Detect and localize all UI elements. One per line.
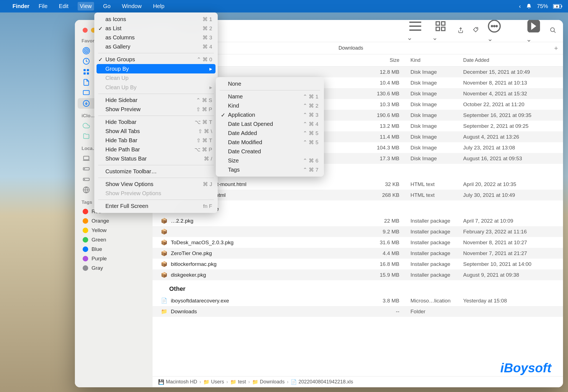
file-kind: Installer package	[405, 261, 458, 267]
menu-edit[interactable]: Edit	[57, 2, 70, 11]
file-kind: Disk Image	[405, 101, 458, 108]
file-row[interactable]: 📦ToDesk_macOS_2.0.3.pkg 31.6 MB Installe…	[153, 237, 563, 248]
submenu-date-opened[interactable]: Date Last Opened⌃ ⌘ 4	[216, 119, 324, 129]
menu-file[interactable]: File	[36, 2, 50, 11]
file-row[interactable]: 📄iboysoftdatarecovery.exe 3.8 MB Microso…	[153, 295, 563, 306]
view-list-icon[interactable]: ⌄	[407, 20, 424, 42]
svg-point-29	[551, 28, 554, 32]
chevron-left-icon[interactable]: ‹	[519, 3, 521, 9]
submenu-application[interactable]: ✓Application⌃ ⌘ 3	[216, 110, 324, 119]
path-seg[interactable]: 📁 test	[230, 379, 246, 385]
tag-label: Gray	[92, 265, 103, 271]
view-grid-icon[interactable]: ⌄	[432, 20, 449, 42]
file-row[interactable]: 📦 9.2 MB Installer package February 23, …	[153, 226, 563, 237]
file-kind: Disk Image	[405, 134, 458, 140]
submenu-date-added[interactable]: Date Added⌃ ⌘ 5	[216, 129, 324, 138]
app-name[interactable]: Finder	[12, 3, 29, 9]
clock-icon	[83, 58, 90, 65]
search-icon[interactable]	[550, 27, 556, 35]
file-row[interactable]: 📦bitlockerformac.pkg 16.8 MB Installer p…	[153, 259, 563, 269]
file-row[interactable]: 📦…2.2.pkg 22 MB Installer package April …	[153, 215, 563, 226]
menu-use-groups[interactable]: ✓Use Groups⌃ ⌘ 0	[94, 55, 218, 64]
menu-as-gallery[interactable]: as Gallery⌘ 4	[94, 42, 218, 51]
new-tab-button[interactable]: +	[549, 44, 563, 52]
submenu-none[interactable]: None	[216, 79, 324, 88]
col-size[interactable]: Size	[355, 57, 405, 63]
tag-purple[interactable]: Purple	[78, 254, 150, 263]
menu-as-icons[interactable]: as Icons⌘ 1	[94, 15, 218, 24]
submenu-date-created[interactable]: Date Created	[216, 147, 324, 156]
file-row[interactable]: 📁Downloads -- Folder	[153, 306, 563, 317]
file-icon: 📦	[161, 218, 168, 224]
file-icon: 📦	[161, 261, 168, 268]
folder-icon	[83, 133, 90, 140]
menu-go[interactable]: Go	[101, 2, 113, 11]
action-icon[interactable]: ⌄	[487, 20, 501, 43]
file-kind: Installer package	[405, 250, 458, 256]
check-icon: ✓	[221, 112, 225, 118]
menu-show-status-bar[interactable]: Show Status Bar⌘ /	[94, 154, 218, 163]
col-kind[interactable]: Kind	[405, 57, 458, 63]
col-date[interactable]: Date Added	[458, 57, 563, 63]
menu-hide-sidebar[interactable]: Hide Sidebar⌃ ⌘ S	[94, 96, 218, 105]
share-icon[interactable]	[457, 27, 464, 35]
notification-icon[interactable]	[526, 3, 532, 9]
menu-help[interactable]: Help	[151, 2, 167, 11]
menu-hide-path-bar[interactable]: Hide Path Bar⌥ ⌘ P	[94, 145, 218, 154]
file-size: 16.8 MB	[355, 261, 405, 267]
submenu-kind[interactable]: Kind⌃ ⌘ 2	[216, 101, 324, 110]
menu-hide-toolbar[interactable]: Hide Toolbar⌥ ⌘ T	[94, 118, 218, 127]
svg-point-25	[491, 26, 492, 27]
tag-orange[interactable]: Orange	[78, 216, 150, 226]
preview-icon[interactable]: ⌄	[526, 20, 541, 43]
file-date: September 10, 2021 at 14:00	[458, 261, 563, 267]
tag-gray[interactable]: Gray	[78, 263, 150, 273]
menu-hide-tab-bar[interactable]: Hide Tab Bar⇧ ⌘ T	[94, 136, 218, 145]
menu-show-all-tabs[interactable]: Show All Tabs⇧ ⌘ \	[94, 127, 218, 136]
battery-icon	[553, 4, 562, 9]
svg-point-26	[494, 26, 495, 27]
menu-view-options[interactable]: Show View Options⌘ J	[94, 180, 218, 189]
submenu-size[interactable]: Size⌃ ⌘ 6	[216, 156, 324, 165]
apps-icon	[83, 68, 90, 75]
menu-clean-up-by: Clean Up By▸	[94, 83, 218, 92]
file-date: September 16, 2021 at 09:35	[458, 112, 563, 118]
tag-icon[interactable]	[472, 27, 479, 35]
svg-rect-1	[562, 5, 562, 7]
submenu-name[interactable]: Name⌃ ⌘ 1	[216, 92, 324, 101]
file-row[interactable]: 📦diskgeeker.pkg 15.9 MB Installer packag…	[153, 269, 563, 280]
menu-as-columns[interactable]: as Columns⌘ 3	[94, 33, 218, 42]
file-row[interactable]: 📦ZeroTier One.pkg 4.4 MB Installer packa…	[153, 248, 563, 259]
tag-yellow[interactable]: Yellow	[78, 226, 150, 235]
menu-preview-options: Show Preview Options	[94, 189, 218, 198]
file-date: November 8, 2021 at 10:13	[458, 80, 563, 86]
tag-dot-icon	[83, 209, 88, 214]
svg-point-17	[84, 179, 85, 180]
path-seg[interactable]: 📁 Downloads	[252, 379, 285, 385]
file-size: 4.4 MB	[355, 250, 405, 256]
close-button[interactable]	[83, 28, 88, 33]
file-size: 11.4 MB	[355, 134, 405, 140]
menu-view[interactable]: View	[78, 2, 94, 11]
file-date: September 2, 2021 at 09:25	[458, 123, 563, 129]
path-seg[interactable]: 💾 Macintosh HD	[158, 379, 197, 385]
file-size: 10.4 MB	[355, 80, 405, 86]
menu-as-list[interactable]: ✓as List⌘ 2	[94, 24, 218, 33]
tag-blue[interactable]: Blue	[78, 245, 150, 254]
file-size: 9.2 MB	[355, 229, 405, 235]
menu-window[interactable]: Window	[120, 2, 144, 11]
file-kind: Disk Image	[405, 156, 458, 162]
svg-rect-8	[87, 69, 89, 71]
menu-group-by[interactable]: Group By▸	[97, 64, 215, 73]
menu-full-screen[interactable]: Enter Full Screenfn F	[94, 202, 218, 211]
submenu-tags[interactable]: Tags⌃ ⌘ 7	[216, 165, 324, 174]
path-seg[interactable]: 📄 20220408041942218.xls	[291, 379, 353, 385]
menu-show-preview[interactable]: Show Preview⇧ ⌘ P	[94, 105, 218, 114]
file-kind: Installer package	[405, 240, 458, 246]
svg-rect-19	[436, 22, 439, 25]
file-size: 12.8 MB	[355, 69, 405, 75]
tag-green[interactable]: Green	[78, 235, 150, 245]
path-seg[interactable]: 📁 Users	[203, 379, 224, 385]
submenu-date-modified[interactable]: Date Modified⌃ ⌘ 5	[216, 138, 324, 147]
menu-customize-toolbar[interactable]: Customize Toolbar…	[94, 167, 218, 176]
